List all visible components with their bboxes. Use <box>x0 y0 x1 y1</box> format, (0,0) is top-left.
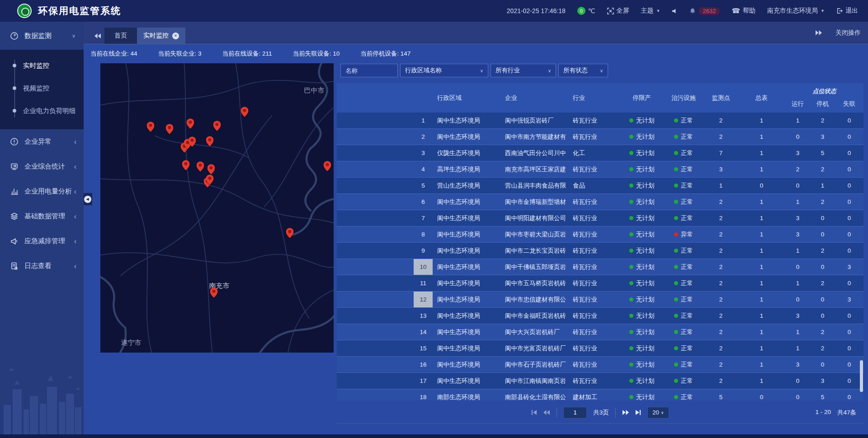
region-filter-select[interactable]: 行政区域名称 ∨ <box>400 64 488 77</box>
name-filter-input[interactable] <box>340 64 398 77</box>
cell-running: 3 <box>785 361 810 368</box>
next-page-button[interactable] <box>622 410 629 415</box>
sidebar-item-log-file[interactable]: 日志查看 ‹ <box>0 254 84 278</box>
map-pin[interactable] <box>210 287 218 298</box>
sidebar-subitem[interactable]: 视频监控 <box>0 77 84 99</box>
cell-industry: 砖瓦行业 <box>568 247 620 255</box>
chevron-left-icon: ‹ <box>74 163 76 171</box>
table-scrollbar-thumb[interactable] <box>860 360 863 392</box>
sidebar-subitem[interactable]: 实时监控 <box>0 54 84 77</box>
total-items-label: 共47条 <box>837 409 856 417</box>
page-size-select[interactable]: 20 ∨ <box>647 407 669 419</box>
map-pin[interactable] <box>182 160 190 170</box>
table-row[interactable]: 15 阆中生态环境局 阆中市光富页岩机砖厂 砖瓦行业 无计划 正常 2 1 1 … <box>337 340 863 357</box>
cell-company: 南部县砖化土湿有限公 <box>500 393 568 401</box>
status-dot <box>674 265 678 269</box>
status-dot <box>629 314 633 318</box>
last-page-button[interactable] <box>635 410 641 415</box>
map-pin[interactable] <box>189 137 196 147</box>
total-pages-label: 共3页 <box>593 409 609 417</box>
first-page-button[interactable] <box>531 410 537 415</box>
point-status-group-label: 点位状态 <box>785 87 863 95</box>
sidebar-item-alert-circle[interactable]: 企业异常 ‹ <box>0 129 84 154</box>
table-row[interactable]: 2 阆中生态环境局 阆中市南方节能建材有 砖瓦行业 无计划 正常 2 1 0 3… <box>337 129 863 145</box>
cell-halted: 2 <box>810 329 835 335</box>
table-row[interactable]: 8 阆中生态环境局 阆中市枣碧大梁山页岩 砖瓦行业 无计划 异常 2 1 3 0… <box>337 226 863 243</box>
cell-region: 阆中生态环境局 <box>433 133 500 141</box>
map-pin[interactable] <box>241 107 249 117</box>
map-pin[interactable] <box>187 118 194 129</box>
tab-home[interactable]: 首页 <box>104 28 137 44</box>
status-dot <box>674 151 678 155</box>
tabs-scroll-left-button[interactable] <box>91 28 104 44</box>
sidebar-subitem[interactable]: 企业电力负荷明细 <box>0 99 84 122</box>
cell-industry: 砖瓦行业 <box>568 312 620 320</box>
logout-button[interactable]: 退出 <box>836 7 858 15</box>
cell-points: 2 <box>704 280 738 287</box>
cell-stop-limit: 无计划 <box>620 344 663 353</box>
table-row[interactable]: 3 仪陇生态环境局 西南油气田分公司川中 化工 无计划 正常 7 1 3 5 0 <box>337 145 863 161</box>
cell-offline: 0 <box>835 280 863 287</box>
table-row[interactable]: 4 高坪生态环境局 南充市高坪区王家店建 砖瓦行业 无计划 正常 3 1 2 2… <box>337 161 863 178</box>
chevron-down-icon: ∨ <box>72 33 75 39</box>
table-row[interactable]: 5 营山生态环境局 营山县润丰肉食品有限 食品 无计划 正常 1 0 0 1 0 <box>337 178 863 194</box>
close-icon[interactable]: ✕ <box>172 33 179 39</box>
fullscreen-button[interactable]: 全屏 <box>607 7 629 15</box>
notifications[interactable]: 2632 <box>689 7 720 15</box>
map-pin[interactable] <box>206 174 214 185</box>
col-industry: 行业 <box>568 94 620 102</box>
sidebar-item-stats-board[interactable]: 企业综合统计 ‹ <box>0 154 84 179</box>
table-row[interactable]: 7 阆中生态环境局 阆中明阳建材有限公司 砖瓦行业 无计划 正常 2 1 3 0… <box>337 210 863 226</box>
cell-stop-limit: 无计划 <box>620 165 663 174</box>
map-pin[interactable] <box>166 124 174 134</box>
status-filter-select[interactable]: 所有状态 ∨ <box>558 64 608 77</box>
cell-company: 阆中明阳建材有限公司 <box>500 214 568 222</box>
sidebar-item-layers[interactable]: 基础数据管理 ‹ <box>0 204 84 229</box>
map-pin[interactable] <box>147 122 155 132</box>
table-row[interactable]: 17 阆中生态环境局 阆中市江南镇阆南页岩 砖瓦行业 无计划 正常 2 1 0 … <box>337 373 863 389</box>
map-pin[interactable] <box>213 121 221 131</box>
sidebar-group-data-monitor[interactable]: 数据监测 ∨ <box>0 22 84 50</box>
map-collapse-button[interactable]: ◀ <box>84 193 92 205</box>
map-pin[interactable] <box>208 164 215 174</box>
help-button[interactable]: ☎ 帮助 <box>731 7 755 15</box>
industry-filter-select[interactable]: 所有行业 ∨ <box>491 64 556 77</box>
sidebar-item-bar-chart[interactable]: 企业用电量分析 ‹ <box>0 179 84 204</box>
map-roads <box>100 63 334 353</box>
map-pin[interactable] <box>197 161 204 172</box>
table-row[interactable]: 14 阆中生态环境局 阆中大兴页岩机砖厂 砖瓦行业 无计划 正常 2 1 1 2… <box>337 324 863 340</box>
sidebar-item-megaphone[interactable]: 应急减排管理 ‹ <box>0 229 84 254</box>
mute-button[interactable] <box>672 8 678 14</box>
theme-menu[interactable]: 主题 ▼ <box>641 7 660 15</box>
table-row[interactable]: 13 阆中生态环境局 阆中市金福旺页岩机砖 砖瓦行业 无计划 正常 2 1 3 … <box>337 308 863 324</box>
map-pin[interactable] <box>324 161 331 171</box>
table-row[interactable]: 1 阆中生态环境局 阆中强锐页岩砖厂 砖瓦行业 无计划 正常 2 1 1 2 0 <box>337 113 863 129</box>
table-row[interactable]: 11 阆中生态环境局 阆中市五马桥页岩机砖 砖瓦行业 无计划 正常 2 1 1 … <box>337 275 863 292</box>
close-operations-button[interactable]: 关闭操作 <box>835 29 861 37</box>
map-panel[interactable]: 巴中市南充市遂宁市 ◀ <box>100 63 334 353</box>
prev-page-button[interactable] <box>543 410 550 415</box>
cell-running: 0 <box>785 182 810 189</box>
table-row[interactable]: 18 南部生态环境局 南部县砖化土湿有限公 建材加工 无计划 正常 5 0 0 … <box>337 389 863 400</box>
cell-industry: 砖瓦行业 <box>568 231 620 239</box>
tab-bar: 首页 实时监控 ✕ 关闭操作 <box>84 22 868 44</box>
map-pin[interactable] <box>206 136 214 146</box>
organization-menu[interactable]: 南充市生态环境局 ▼ <box>767 7 825 15</box>
cell-halted: 3 <box>810 377 835 384</box>
table-row[interactable]: 10 阆中生态环境局 阆中千佛镇五郎垭页岩 砖瓦行业 无计划 正常 2 1 0 … <box>337 259 863 275</box>
table-row[interactable]: 9 阆中生态环境局 阆中市二龙长宝页岩砖 砖瓦行业 无计划 正常 2 1 1 2… <box>337 243 863 259</box>
col-running: 运行 <box>785 100 810 108</box>
tabs-scroll-right-button[interactable] <box>815 30 822 36</box>
page-number-input[interactable] <box>563 407 587 419</box>
cell-running: 1 <box>785 280 810 287</box>
table-row[interactable]: 12 阆中生态环境局 阆中市忠信建材有限公 砖瓦行业 无计划 正常 2 1 0 … <box>337 292 863 308</box>
tab-realtime-monitor[interactable]: 实时监控 ✕ <box>137 28 185 44</box>
table-row[interactable]: 6 阆中生态环境局 阆中市金博瑞新型墙材 砖瓦行业 无计划 正常 2 1 1 2… <box>337 194 863 210</box>
cell-region: 阆中生态环境局 <box>433 296 500 304</box>
status-dot <box>629 184 633 188</box>
divider <box>557 408 557 418</box>
status-dot <box>629 265 633 269</box>
map-pin[interactable] <box>286 228 294 238</box>
table-row[interactable]: 16 阆中生态环境局 阆中市石子页岩机砖厂 砖瓦行业 无计划 正常 2 1 3 … <box>337 357 863 373</box>
cell-halted: 2 <box>810 198 835 205</box>
